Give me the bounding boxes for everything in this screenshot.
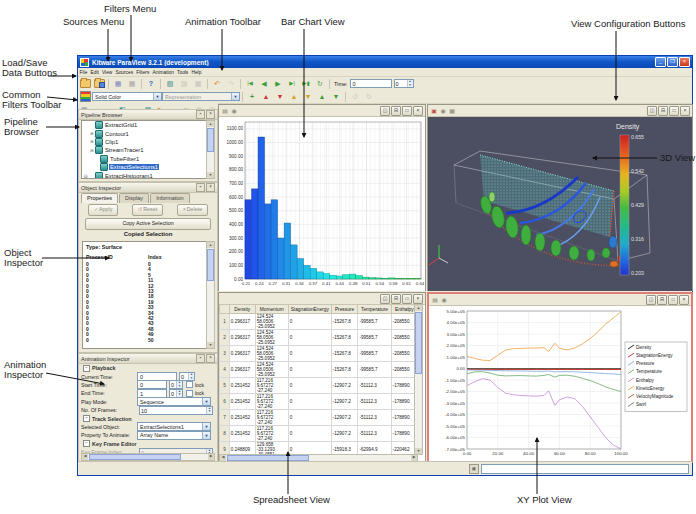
panel-close-button[interactable]: × <box>206 183 215 192</box>
select-surface-button[interactable]: ▧ <box>164 77 177 90</box>
time-input[interactable]: 0 <box>350 79 392 88</box>
rotate-cw-button[interactable]: ↻ <box>363 90 376 103</box>
pipeline-item-extractgrid1[interactable]: ExtractGrid1 <box>82 121 207 129</box>
pipeline-item-tubefilter1[interactable]: TubeFilter1 <box>82 155 207 163</box>
collapse-icon[interactable]: − <box>83 365 90 372</box>
camera-icon[interactable]: ◉ <box>440 296 448 304</box>
menu-sources[interactable]: Sources <box>114 70 135 75</box>
pipeline-item-contour1[interactable]: ⊟Contour1 <box>82 129 207 137</box>
column-header-row[interactable] <box>220 305 230 314</box>
first-frame-button[interactable]: |◀ <box>244 77 257 90</box>
3d-view-canvas[interactable]: Density0.6550.5420.4290.3160.203 <box>428 117 692 291</box>
capture-icon[interactable]: ▦ <box>448 107 456 115</box>
table-row[interactable]: 20.296317124.524 58.0506 -25.09520-15267… <box>220 330 418 346</box>
copied-selection-list[interactable]: Type: Surface Process IDIndex 0004050110… <box>82 241 207 349</box>
spin-down-icon[interactable]: ▼ <box>408 84 413 88</box>
field-spinner[interactable]: 10▲▼ <box>139 406 213 415</box>
representation-select[interactable]: Representation▼ <box>162 92 240 101</box>
spinner-arrows[interactable]: ▲▼ <box>206 407 212 414</box>
title-bar[interactable]: Kitware ParaView 3.2.1 (development) _ ❐… <box>78 56 692 68</box>
panel-float-button[interactable]: ▪ <box>196 354 205 363</box>
tab-display[interactable]: Display <box>119 193 149 203</box>
table-row[interactable]: 30.296317124.524 58.0506 -25.09520-15267… <box>220 346 418 362</box>
column-header-Pressure[interactable]: Pressure <box>331 305 358 314</box>
table-row[interactable]: 10.296317124.524 58.0506 -25.09520-15267… <box>220 314 418 330</box>
bar-chart-canvas[interactable]: 1100.001000.00900.00800.00700.00600.0050… <box>219 117 425 291</box>
last-frame-button[interactable]: ▶▮ <box>300 77 313 90</box>
close-view-button[interactable]: × <box>413 106 423 116</box>
table-row[interactable]: 50.251452117.216 9.67272 -27.2400-12907.… <box>220 378 418 394</box>
pipeline-scrollbar[interactable]: ▲ ▼ <box>206 120 215 179</box>
color-by-select[interactable]: Solid Color▼ <box>92 92 162 101</box>
spreadsheet-table[interactable]: DensityMomentumStagnationEnergyPressureT… <box>219 304 418 455</box>
copy-active-selection-button[interactable]: Copy Active Selection <box>85 218 211 230</box>
menu-animation[interactable]: Animation <box>151 70 176 75</box>
set-view-x-plus-button[interactable]: ▲ <box>260 90 273 103</box>
set-view-x-minus-button[interactable]: ▼ <box>274 90 287 103</box>
panel-close-button[interactable]: × <box>206 354 215 363</box>
split-vertical-button[interactable]: ⊟ <box>391 294 401 304</box>
field-select[interactable]: Array Name▼ <box>137 431 211 440</box>
apply-button[interactable]: ✓Apply <box>88 204 118 216</box>
minimize-button[interactable]: _ <box>655 57 666 67</box>
menu-filters[interactable]: Filters <box>135 70 151 75</box>
spreadsheet-vertical-scrollbar[interactable]: ▲ ▼ <box>414 304 423 455</box>
pipeline-tree[interactable]: ExtractGrid1⊟Contour1⊟Clip1⊟StreamTracer… <box>81 120 208 179</box>
xy-plot-canvas[interactable]: 5.00e+054.00e+053.00e+052.00e+051.00e+05… <box>429 306 691 462</box>
scroll-left-icon[interactable]: ◀ <box>82 454 88 460</box>
connect-server-button[interactable]: ▦ <box>112 77 125 90</box>
pipeline-item-extractselections1[interactable]: ExtractSelections1 <box>82 163 207 171</box>
table-row[interactable]: 90.248809129.658 -33.1293 -30.45510-1591… <box>220 442 418 456</box>
reset-button[interactable]: ↺Reset <box>132 204 163 216</box>
spin-down-icon[interactable]: ▼ <box>189 377 194 381</box>
pipeline-item-extracthistogram1[interactable]: ⊙ExtractHistogram1 <box>82 171 207 179</box>
table-row[interactable]: 40.296317124.524 58.0506 -25.09520-15267… <box>220 362 418 378</box>
scroll-up-icon[interactable]: ▲ <box>207 242 214 248</box>
delete-button[interactable]: ×Delete <box>177 204 208 216</box>
select-points-button[interactable]: ▨ <box>178 77 191 90</box>
table-row[interactable]: 70.251452117.216 9.67272 -27.2400-12907.… <box>220 410 418 426</box>
lock-checkbox[interactable] <box>186 390 193 397</box>
maximize-view-button[interactable]: □ <box>669 106 679 116</box>
maximize-view-button[interactable]: □ <box>402 294 412 304</box>
column-header-StagnationEnergy[interactable]: StagnationEnergy <box>288 305 331 314</box>
export-view-icon[interactable]: ▤ <box>431 296 439 304</box>
object-list-scrollbar[interactable]: ▲ ▼ <box>206 241 215 349</box>
scroll-up-icon[interactable]: ▲ <box>207 121 214 127</box>
split-horizontal-button[interactable]: ◫ <box>647 106 657 116</box>
table-row[interactable]: 60.251452117.216 9.67272 -27.2400-12907.… <box>220 394 418 410</box>
scroll-right-icon[interactable]: ▶ <box>208 454 214 460</box>
interaction-mode-icon[interactable]: ▣ <box>430 107 438 115</box>
close-view-button[interactable]: × <box>413 294 423 304</box>
split-vertical-button[interactable]: ⊟ <box>658 106 668 116</box>
camera-icon[interactable]: ◉ <box>439 107 447 115</box>
spin-down-icon[interactable]: ▼ <box>207 410 212 414</box>
spinner-arrows[interactable]: ▲▼ <box>188 373 194 380</box>
spinner-arrows[interactable]: ▲▼ <box>176 381 182 388</box>
menu-view[interactable]: View <box>100 70 114 75</box>
restore-button[interactable]: ❐ <box>667 57 678 67</box>
panel-close-button[interactable]: × <box>206 110 215 119</box>
set-view-y-minus-button[interactable]: ▼ <box>302 90 315 103</box>
menu-tools[interactable]: Tools <box>175 70 189 75</box>
camera-icon[interactable]: ◉ <box>230 107 238 115</box>
pipeline-item-clip1[interactable]: ⊟Clip1 <box>82 138 207 146</box>
menu-help[interactable]: Help <box>190 70 203 75</box>
spinner-arrows[interactable]: ▲▼ <box>176 390 182 397</box>
close-view-button[interactable]: × <box>679 295 689 305</box>
rotate-ccw-button[interactable]: ↺ <box>349 90 362 103</box>
open-data-button[interactable] <box>79 77 92 90</box>
collapse-icon[interactable]: − <box>83 440 90 447</box>
pipeline-item-streamtracer1[interactable]: ⊟StreamTracer1 <box>82 146 207 154</box>
split-vertical-button[interactable]: ⊟ <box>657 295 667 305</box>
scroll-down-icon[interactable]: ▼ <box>207 172 214 178</box>
lock-checkbox[interactable] <box>186 381 193 388</box>
close-view-button[interactable]: × <box>680 106 690 116</box>
maximize-view-button[interactable]: □ <box>402 106 412 116</box>
tab-information[interactable]: Information <box>150 193 190 203</box>
split-vertical-button[interactable]: ⊟ <box>391 106 401 116</box>
menu-file[interactable]: File <box>78 70 89 75</box>
edit-color-map-button[interactable] <box>79 90 92 103</box>
close-button[interactable]: × <box>679 57 690 67</box>
split-horizontal-button[interactable]: ◫ <box>380 294 390 304</box>
